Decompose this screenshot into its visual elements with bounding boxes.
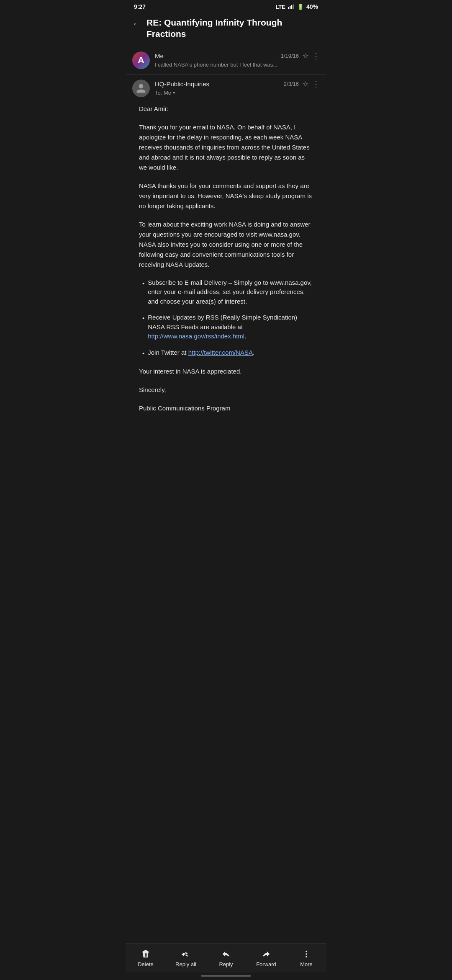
email-subject: RE: Quantifying Infinity Through Fractio… [146,17,320,40]
more-vertical-icon [302,949,311,959]
forward-icon [262,949,271,959]
sender-name-2: HQ-Public-Inquiries [155,80,209,88]
closing-1: Your interest in NASA is appreciated. [139,366,313,377]
email-meta-top-1: Me 1/19/16 ☆ ⋮ [155,52,320,61]
body-paragraph-2: NASA thanks you for your comments and su… [139,181,313,211]
greeting: Dear Amir: [139,104,313,114]
email-date-actions-2: 2/3/16 ☆ ⋮ [284,80,320,89]
status-right: LTE 🔋 40% [275,3,318,10]
email-date-actions-1: 1/19/16 ☆ ⋮ [281,52,320,61]
sender-name-1: Me [155,52,164,59]
email-meta-1: Me 1/19/16 ☆ ⋮ I called NASA's phone num… [155,52,320,68]
svg-rect-0 [288,7,289,9]
email-preview-1: I called NASA's phone number but I feel … [155,62,320,68]
home-indicator [126,972,326,980]
reply-icon [221,949,231,959]
svg-rect-3 [293,4,294,9]
battery-percent: 40% [306,3,318,10]
status-time: 9:27 [134,3,146,10]
twitter-link[interactable]: http://twitter.com/NASA [188,349,253,356]
rss-link[interactable]: http://www.nasa.gov/rss/index.html [148,333,244,340]
lte-label: LTE [275,4,285,10]
home-bar [201,975,251,977]
email-meta-top-2: HQ-Public-Inquiries 2/3/16 ☆ ⋮ [155,80,320,89]
email-item-1[interactable]: A Me 1/19/16 ☆ ⋮ I called NASA's phone n… [126,46,326,75]
email-to-row: To: Me ▾ [155,90,320,96]
delete-icon [141,949,150,959]
delete-label: Delete [138,961,154,967]
more-icon-2[interactable]: ⋮ [312,80,320,89]
bullet-dot-2: • [142,314,144,341]
svg-rect-1 [290,6,290,9]
bullet-item-3: • Join Twitter at http://twitter.com/NAS… [142,348,313,358]
email-date-1: 1/19/16 [281,53,299,59]
email-body: Dear Amir: Thank you for your email to N… [132,97,320,420]
reply-button[interactable]: Reply [206,948,246,969]
body-paragraph-3: To learn about the exciting work NASA is… [139,219,313,270]
back-button[interactable]: ← [132,17,141,29]
bullet-text-3: Join Twitter at http://twitter.com/NASA. [148,348,254,358]
forward-button[interactable]: Forward [246,948,286,969]
status-bar: 9:27 LTE 🔋 40% [126,0,326,12]
email-header: ← RE: Quantifying Infinity Through Fract… [126,12,326,46]
delete-button[interactable]: Delete [126,948,166,969]
bullet-item-1: • Subscribe to E-mail Delivery – Simply … [142,278,313,307]
bullet-text-1: Subscribe to E-mail Delivery – Simply go… [148,278,313,307]
battery-icon: 🔋 [297,4,304,10]
more-icon-1[interactable]: ⋮ [312,52,320,61]
bullet-dot-1: • [142,279,144,307]
email-to-label: To: Me [155,90,171,96]
reply-all-button[interactable]: Reply all [166,948,206,969]
svg-point-5 [306,953,307,955]
email-header-row-2: HQ-Public-Inquiries 2/3/16 ☆ ⋮ To: Me ▾ [132,80,320,97]
avatar-nasa [132,80,150,97]
email-item-2: HQ-Public-Inquiries 2/3/16 ☆ ⋮ To: Me ▾ … [126,75,326,426]
forward-label: Forward [256,961,276,967]
svg-rect-2 [291,5,292,9]
email-date-2: 2/3/16 [284,81,299,87]
bullet-dot-3: • [142,349,144,358]
closing-2: Sincerely, [139,385,313,395]
person-icon [136,83,146,94]
reply-label: Reply [219,961,233,967]
more-button[interactable]: More [286,948,326,969]
body-paragraph-1: Thank you for your email to NASA. On beh… [139,122,313,173]
reply-all-icon [181,949,190,959]
email-meta-2: HQ-Public-Inquiries 2/3/16 ☆ ⋮ To: Me ▾ [155,80,320,96]
more-label: More [300,961,313,967]
chevron-down-icon[interactable]: ▾ [173,90,175,95]
svg-point-4 [306,951,307,952]
star-icon-2[interactable]: ☆ [302,80,309,89]
avatar-letter: A [138,55,144,66]
svg-point-6 [306,956,307,958]
bullet-item-2: • Receive Updates by RSS (Really Simple … [142,313,313,341]
email-header-row-1: A Me 1/19/16 ☆ ⋮ I called NASA's phone n… [132,52,320,69]
closing-3: Public Communications Program [139,403,313,413]
signal-icon [288,4,295,9]
reply-all-label: Reply all [175,961,196,967]
bullet-text-2: Receive Updates by RSS (Really Simple Sy… [148,313,313,341]
email-thread: A Me 1/19/16 ☆ ⋮ I called NASA's phone n… [126,46,326,943]
bottom-toolbar: Delete Reply all Reply Forward More [126,943,326,972]
star-icon-1[interactable]: ☆ [302,52,309,61]
bullet-list: • Subscribe to E-mail Delivery – Simply … [139,278,313,358]
avatar-me: A [132,52,150,69]
